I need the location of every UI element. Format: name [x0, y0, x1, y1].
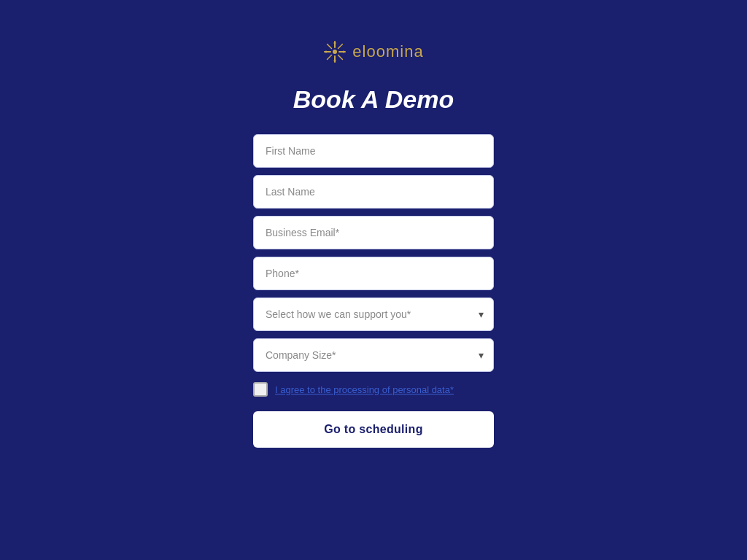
svg-point-11 [325, 51, 328, 53]
svg-line-6 [338, 55, 343, 60]
support-select-wrapper: Select how we can support you* Sales Mar… [253, 298, 494, 331]
company-size-select-wrapper: Company Size* 1-10 11-50 51-200 201-500 … [253, 338, 494, 372]
company-size-select[interactable]: Company Size* 1-10 11-50 51-200 201-500 … [253, 338, 494, 372]
first-name-input[interactable] [253, 134, 494, 168]
svg-line-5 [328, 44, 332, 49]
page-wrapper: eloomina Book A Demo Select how we can s… [0, 0, 747, 448]
page-title: Book A Demo [293, 85, 454, 114]
consent-checkbox[interactable] [253, 382, 268, 397]
logo-text: eloomina [352, 42, 423, 61]
phone-input[interactable] [253, 257, 494, 290]
logo-icon [323, 40, 347, 63]
last-name-input[interactable] [253, 175, 494, 209]
svg-point-12 [343, 51, 345, 53]
svg-line-7 [338, 44, 343, 49]
svg-line-8 [328, 55, 332, 60]
demo-form: Select how we can support you* Sales Mar… [253, 134, 494, 448]
consent-label[interactable]: I agree to the processing of personal da… [275, 384, 454, 395]
support-select[interactable]: Select how we can support you* Sales Mar… [253, 298, 494, 331]
svg-point-0 [333, 50, 337, 54]
svg-point-9 [334, 42, 336, 44]
email-input[interactable] [253, 216, 494, 249]
svg-point-10 [334, 60, 336, 62]
submit-button[interactable]: Go to scheduling [253, 411, 494, 448]
consent-row: I agree to the processing of personal da… [253, 382, 494, 397]
logo-area: eloomina [323, 40, 423, 63]
